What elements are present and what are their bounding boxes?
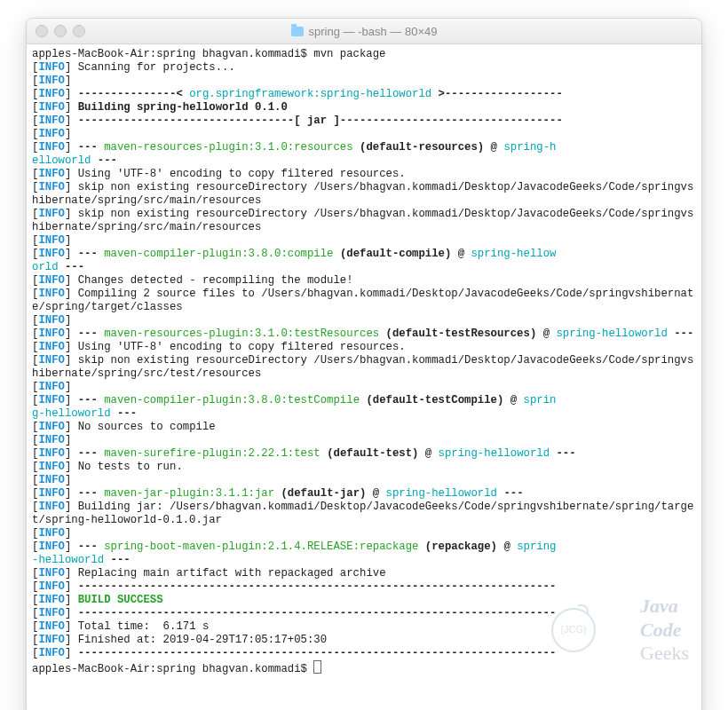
line: ----------------------------------------… — [71, 607, 556, 619]
line: --- — [111, 407, 138, 420]
line: --- — [71, 540, 104, 553]
info-tag: INFO — [38, 181, 65, 193]
watermark-text: Java Code Geeks — [601, 571, 689, 690]
info-tag: INFO — [38, 208, 65, 220]
line: Using 'UTF-8' encoding to copy filtered … — [71, 168, 405, 180]
info-tag: INFO — [38, 527, 65, 540]
line: --- — [104, 554, 131, 566]
title-text: spring — -bash — 80×49 — [309, 25, 438, 38]
info-tag: INFO — [38, 487, 65, 500]
goal: (default-test) — [320, 447, 419, 460]
line: --- — [71, 248, 104, 260]
line: --- — [550, 447, 576, 460]
line: Finished at: 2019-04-29T17:05:17+05:30 — [71, 634, 327, 646]
prompt-line: apples-MacBook-Air:spring bhagvan.kommad… — [32, 663, 313, 675]
info-tag: INFO — [38, 647, 65, 659]
plugin: maven-resources-plugin:3.1.0:resources — [104, 141, 352, 154]
line: --- — [71, 447, 104, 460]
info-tag: INFO — [38, 314, 65, 327]
line: >------------------ — [431, 88, 563, 100]
titlebar[interactable]: spring — -bash — 80×49 — [27, 19, 701, 44]
line: --- — [71, 141, 104, 154]
info-tag: INFO — [38, 114, 65, 127]
plugin: maven-compiler-plugin:3.8.0:testCompile — [104, 394, 360, 406]
info-tag: INFO — [38, 501, 65, 513]
info-tag: INFO — [38, 580, 65, 593]
line: Total time: 6.171 s — [71, 620, 209, 633]
window-title: spring — -bash — 80×49 — [27, 25, 701, 38]
watermark: {JCG} Java Code Geeks — [551, 571, 689, 690]
terminal-window: spring — -bash — 80×49 apples-MacBook-Ai… — [26, 18, 702, 710]
info-tag: INFO — [38, 248, 65, 260]
info-tag: INFO — [38, 540, 65, 553]
info-tag: INFO — [38, 101, 65, 114]
at: @ — [366, 487, 385, 500]
line: ---------------< — [71, 88, 189, 100]
info-tag: INFO — [38, 447, 65, 460]
at: @ — [418, 447, 438, 460]
goal: (default-testResources) — [379, 327, 536, 340]
close-icon[interactable] — [36, 25, 48, 37]
line: Scanning for projects... — [71, 61, 234, 74]
goal: (default-compile) — [334, 248, 452, 260]
info-tag: INFO — [38, 354, 65, 367]
line: ----------------------------------------… — [71, 580, 556, 593]
minimize-icon[interactable] — [54, 25, 67, 37]
window-controls — [36, 25, 85, 37]
info-tag: INFO — [38, 128, 65, 140]
info-tag: INFO — [38, 75, 65, 87]
info-tag: INFO — [38, 461, 65, 473]
plugin: maven-compiler-plugin:3.8.0:compile — [104, 248, 333, 260]
info-tag: INFO — [38, 234, 65, 247]
at: @ — [497, 540, 517, 553]
info-tag: INFO — [38, 634, 65, 646]
info-tag: INFO — [38, 381, 65, 393]
info-tag: INFO — [38, 421, 65, 433]
line: --- — [71, 487, 104, 500]
line: Replacing main artifact with repackaged … — [71, 567, 385, 580]
folder-icon — [291, 27, 304, 36]
info-tag: INFO — [38, 341, 65, 353]
plugin: maven-jar-plugin:3.1.1:jar — [104, 487, 274, 500]
zoom-icon[interactable] — [73, 25, 85, 37]
terminal-output[interactable]: apples-MacBook-Air:spring bhagvan.kommad… — [27, 44, 701, 710]
info-tag: INFO — [38, 327, 65, 340]
info-tag: INFO — [38, 474, 65, 486]
line: --- — [91, 154, 117, 167]
build-success: BUILD SUCCESS — [71, 594, 162, 606]
line: skip non existing resourceDirectory /Use… — [32, 354, 693, 380]
prompt-line: apples-MacBook-Air:spring bhagvan.kommad… — [32, 48, 385, 60]
line: --- — [59, 261, 85, 273]
at: @ — [484, 141, 503, 154]
info-tag: INFO — [38, 168, 65, 180]
artifact: org.springframework:spring-helloworld — [189, 88, 431, 100]
line: skip non existing resourceDirectory /Use… — [32, 208, 693, 233]
info-tag: INFO — [38, 141, 65, 154]
project: spring-helloworld — [439, 447, 550, 460]
info-tag: INFO — [38, 274, 65, 287]
plugin: maven-resources-plugin:3.1.0:testResourc… — [104, 327, 379, 340]
line: skip non existing resourceDirectory /Use… — [32, 181, 693, 207]
plugin: spring-boot-maven-plugin:2.1.4.RELEASE:r… — [104, 540, 418, 553]
at: @ — [503, 394, 523, 406]
goal: (repackage) — [418, 540, 497, 553]
info-tag: INFO — [38, 394, 65, 406]
line: ----------------------------------------… — [71, 647, 556, 659]
line: No tests to run. — [71, 461, 182, 473]
plugin: maven-surefire-plugin:2.22.1:test — [104, 447, 320, 460]
goal: (default-resources) — [353, 141, 485, 154]
watermark-badge: {JCG} — [551, 608, 596, 652]
info-tag: INFO — [38, 620, 65, 633]
line: No sources to compile — [71, 421, 215, 433]
line: --- — [668, 327, 694, 340]
at: @ — [451, 248, 471, 260]
at: @ — [536, 327, 556, 340]
info-tag: INFO — [38, 594, 65, 606]
line: --- — [497, 487, 524, 500]
info-tag: INFO — [38, 61, 65, 74]
info-tag: INFO — [38, 288, 65, 300]
line: ---------------------------------[ jar ]… — [71, 114, 562, 127]
project: spring-helloworld — [556, 327, 667, 340]
goal: (default-testCompile) — [360, 394, 503, 406]
cursor-icon — [313, 660, 321, 674]
